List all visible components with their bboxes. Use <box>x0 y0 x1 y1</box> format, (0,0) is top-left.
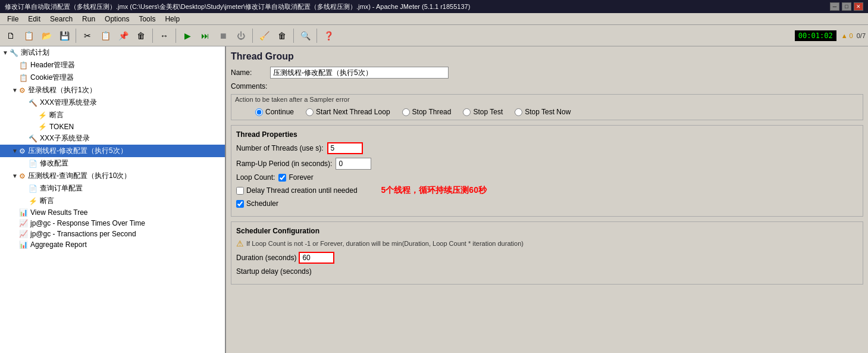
expand-button[interactable]: ↔ <box>156 27 173 44</box>
menu-help[interactable]: Help <box>160 14 184 24</box>
new-button[interactable]: 🗋 <box>2 27 19 44</box>
delay-checkbox[interactable] <box>236 187 244 195</box>
radio-continue-label: Continue <box>265 108 294 116</box>
tree-item-plan[interactable]: ▼🔧测试计划 <box>0 46 225 59</box>
title-bar: 修改订单自动取消配置（多线程压测）.jmx (C:\Users\金美权\Desk… <box>0 0 868 13</box>
expand-icon-plan: ▼ <box>2 49 8 56</box>
close-button[interactable]: ✕ <box>854 2 863 11</box>
tree-icon-modify-group: ⚙ <box>19 147 26 155</box>
menu-file[interactable]: File <box>2 14 23 24</box>
rampup-row: Ramp-Up Period (in seconds): <box>236 158 858 170</box>
save-button[interactable]: 💾 <box>56 27 73 44</box>
scheduler-checkbox[interactable] <box>236 200 244 208</box>
warning-icon: ⚠ <box>236 239 244 248</box>
run-button[interactable]: ▶ <box>179 27 196 44</box>
rampup-input[interactable] <box>336 158 371 170</box>
search-button[interactable]: 🔍 <box>297 27 314 44</box>
thread-properties-title: Thread Properties <box>236 130 858 139</box>
tree-label-login-group: 登录线程（执行1次） <box>28 85 96 95</box>
tree-item-assertion2[interactable]: ⚡断言 <box>0 195 225 207</box>
comments-label: Comments: <box>231 82 267 90</box>
radio-stop-thread-label: Stop Thread <box>412 108 452 116</box>
help-button[interactable]: ❓ <box>320 27 337 44</box>
tree-item-transactions[interactable]: 📈jp@gc - Transactions per Second <box>0 229 225 239</box>
menu-tools[interactable]: Tools <box>134 14 160 24</box>
no-pauses-button[interactable]: ⏭ <box>197 27 214 44</box>
forever-option[interactable]: Forever <box>278 173 313 182</box>
menu-search[interactable]: Search <box>45 14 77 24</box>
radio-stop-test[interactable]: Stop Test <box>463 108 503 116</box>
toolbar-sep-6 <box>317 29 317 43</box>
scheduler-row[interactable]: Scheduler <box>236 199 858 208</box>
tree-icon-query-order: 📄 <box>29 185 37 193</box>
clear-all-button[interactable]: 🗑 <box>274 27 290 44</box>
tree-item-xxx-child[interactable]: 🔨XXX子系统登录 <box>0 132 225 145</box>
forever-checkbox[interactable] <box>278 174 286 182</box>
tree-icon-xxx-login: 🔨 <box>29 99 37 107</box>
tree-icon-header: 📋 <box>19 61 28 70</box>
threads-row: Number of Threads (use s): <box>236 142 858 154</box>
tree-item-login-group[interactable]: ▼⚙登录线程（执行1次） <box>0 84 225 96</box>
name-input[interactable] <box>270 67 449 79</box>
radio-stop-thread[interactable]: Stop Thread <box>402 108 452 116</box>
radio-stop-test-now[interactable]: Stop Test Now <box>515 108 571 116</box>
tree-item-response-times[interactable]: 📈jp@gc - Response Times Over Time <box>0 218 225 229</box>
tree-label-cookie: Cookie管理器 <box>30 73 74 83</box>
delete-button[interactable]: 🗑 <box>133 27 149 44</box>
expand-icon-query-group: ▼ <box>12 173 18 179</box>
startup-delay-label: Startup delay (seconds) <box>236 267 312 276</box>
paste-button[interactable]: 📌 <box>115 27 131 44</box>
threads-input[interactable] <box>327 142 363 154</box>
comments-row: Comments: <box>231 82 863 90</box>
duration-label: Duration (seconds) <box>236 254 296 262</box>
threads-label: Number of Threads (use s): <box>236 144 324 152</box>
open-button[interactable]: 📂 <box>38 27 55 44</box>
tree-icon-modify-config: 📄 <box>29 160 37 168</box>
template-button[interactable]: 📋 <box>20 27 37 44</box>
tree-icon-cookie: 📋 <box>19 74 28 82</box>
tree-item-query-order[interactable]: 📄查询订单配置 <box>0 182 225 195</box>
toolbar-sep-3 <box>176 29 176 43</box>
tree-item-view-results[interactable]: 📊View Results Tree <box>0 207 225 218</box>
shutdown-button[interactable]: ⏻ <box>233 27 249 44</box>
tree-label-modify-group: 压测线程-修改配置（执行5次） <box>28 146 127 156</box>
tree-item-token[interactable]: ⚡TOKEN <box>0 121 225 132</box>
cut-button[interactable]: ✂ <box>79 27 96 44</box>
tree-icon-query-group: ⚙ <box>19 172 26 180</box>
stop-button[interactable]: ⏹ <box>215 27 231 44</box>
copy-button[interactable]: 📋 <box>97 27 114 44</box>
tree-icon-assertion: ⚡ <box>38 111 47 120</box>
tree-icon-aggregate: 📊 <box>19 240 28 249</box>
tree-item-cookie[interactable]: 📋Cookie管理器 <box>0 71 225 84</box>
right-panel: Thread Group Name: Comments: Action to b… <box>226 46 868 353</box>
tree-item-modify-config[interactable]: 📄修改配置 <box>0 157 225 170</box>
menu-edit[interactable]: Edit <box>23 14 45 24</box>
tree-label-xxx-child: XXX子系统登录 <box>40 133 90 143</box>
window-controls: ─ □ ✕ <box>830 2 863 11</box>
title-text: 修改订单自动取消配置（多线程压测）.jmx (C:\Users\金美权\Desk… <box>5 2 470 11</box>
duration-input[interactable] <box>299 252 334 264</box>
tree-item-assertion[interactable]: ⚡断言 <box>0 109 225 121</box>
tree-item-header[interactable]: 📋Header管理器 <box>0 59 225 71</box>
maximize-button[interactable]: □ <box>842 2 851 11</box>
radio-continue[interactable]: Continue <box>255 108 294 116</box>
minimize-button[interactable]: ─ <box>830 2 839 11</box>
radio-start-next-label: Start Next Thread Loop <box>316 108 390 116</box>
tree-label-assertion: 断言 <box>49 110 64 120</box>
tree-item-xxx-login[interactable]: 🔨XXX管理系统登录 <box>0 96 225 109</box>
delay-option[interactable]: Delay Thread creation until needed <box>236 186 358 195</box>
tree-icon-assertion2: ⚡ <box>29 197 37 205</box>
tree-icon-login-group: ⚙ <box>19 86 26 95</box>
tree-item-aggregate[interactable]: 📊Aggregate Report <box>0 239 225 250</box>
menu-options[interactable]: Options <box>100 14 134 24</box>
main-layout: ▼🔧测试计划📋Header管理器📋Cookie管理器▼⚙登录线程（执行1次）🔨X… <box>0 46 868 353</box>
tree-item-modify-group[interactable]: ▼⚙压测线程-修改配置（执行5次） <box>0 145 225 157</box>
forever-label: Forever <box>289 173 313 182</box>
scheduler-warning-row: ⚠ If Loop Count is not -1 or Forever, du… <box>236 239 858 248</box>
menu-run[interactable]: Run <box>77 14 100 24</box>
tree-item-query-group[interactable]: ▼⚙压测线程-查询配置（执行10次） <box>0 170 225 182</box>
clear-button[interactable]: 🧹 <box>256 27 272 44</box>
radio-start-next[interactable]: Start Next Thread Loop <box>306 108 390 116</box>
tree-icon-view-results: 📊 <box>19 208 28 217</box>
scheduler-warning-text: If Loop Count is not -1 or Forever, dura… <box>246 240 524 247</box>
